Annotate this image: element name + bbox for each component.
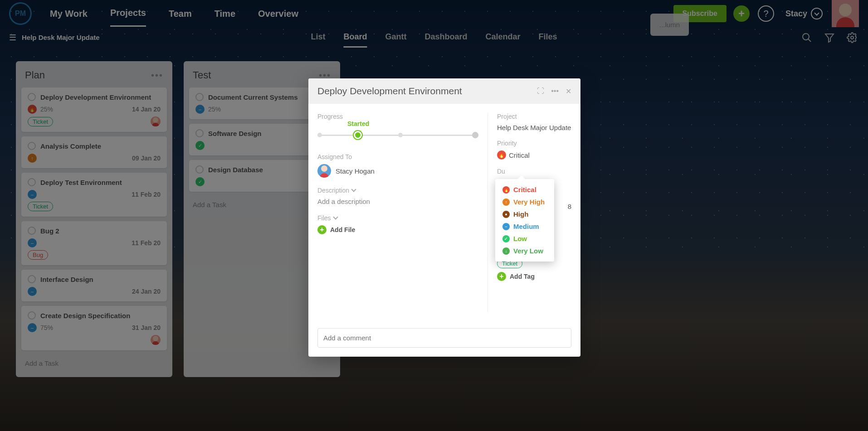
nav-overview[interactable]: Overview [258,1,298,26]
hours-right-value: 8 [568,203,571,213]
task-card[interactable]: Create Design Specification–75%31 Jan 20 [21,306,167,350]
add-file-button[interactable]: + Add File [317,225,478,234]
user-avatar[interactable] [832,0,859,27]
task-card[interactable]: Bug 2–11 Feb 20Bug [21,221,167,265]
modal-title: Deploy Development Environment [317,86,462,97]
description-input[interactable]: Add a description [317,198,478,205]
more-icon[interactable]: ••• [551,87,559,95]
add-tag-button[interactable]: + Add Tag [497,272,571,281]
priority-option[interactable]: ↑Very High [495,196,554,208]
settings-icon[interactable] [845,31,859,44]
priority-icon: 🔥 [502,186,510,194]
filter-icon[interactable] [823,31,836,44]
task-card[interactable]: Deploy Test Environment–11 Feb 20Ticket [21,173,167,217]
priority-icon: ✓ [195,141,205,150]
task-title: Bug 2 [40,227,59,235]
priority-option[interactable]: –Medium [495,220,554,232]
assignee-avatar [317,164,331,178]
task-checkbox[interactable] [28,142,36,150]
svg-point-0 [803,34,809,40]
close-icon[interactable]: ✕ [566,87,571,96]
priority-icon: ↑ [28,154,37,163]
logo[interactable]: PM [9,2,32,25]
task-title: Software Design [208,130,262,137]
task-tag: Bug [28,250,48,260]
task-checkbox[interactable] [195,93,204,101]
search-icon[interactable] [800,31,814,44]
priority-icon: – [195,105,205,114]
progress-label: Progress [317,113,478,120]
task-checkbox[interactable] [28,93,36,101]
nav-team[interactable]: Team [169,1,192,26]
priority-option[interactable]: 🔥Critical [495,184,554,196]
assigned-user[interactable]: Stacy Hogan [317,164,478,178]
top-nav: PM My Work Projects Team Time Overview S… [0,0,868,27]
view-calendar[interactable]: Calendar [486,28,521,48]
task-card[interactable]: Deploy Development Environment🔥25%14 Jan… [21,87,167,132]
svg-marker-2 [825,34,834,42]
priority-icon: – [502,223,510,230]
task-date: 11 Feb 20 [132,191,161,198]
nav-projects[interactable]: Projects [110,0,146,27]
files-section[interactable]: Files [317,214,478,222]
add-global-button[interactable]: + [733,5,750,22]
task-checkbox[interactable] [195,129,204,137]
assignee-avatar-icon [151,116,161,126]
chevron-down-icon [351,187,356,192]
menu-icon[interactable]: ☰ [9,33,16,43]
task-date: 14 Jan 20 [132,106,161,113]
user-dropdown-icon[interactable] [811,8,823,19]
progress-slider[interactable]: Started [317,128,478,142]
priority-icon: – [28,287,37,296]
task-percent: 75% [40,324,53,331]
task-title: Deploy Test Environment [40,179,122,186]
task-checkbox[interactable] [195,165,204,174]
column-menu-icon[interactable]: ••• [151,70,163,81]
expand-icon[interactable]: ⛶ [537,87,544,95]
task-title: Interface Design [40,276,93,283]
task-title: Design Database [208,166,263,174]
priority-icon: ↓ [502,247,510,255]
progress-thumb[interactable] [354,131,362,139]
project-label: Project [497,113,571,120]
add-task-button[interactable]: Add a Task [21,355,167,372]
task-percent: 25% [40,106,53,113]
task-tag: Ticket [28,202,53,211]
priority-option[interactable]: ↓Very Low [495,245,554,257]
user-menu[interactable]: Stacy [785,9,807,19]
view-dashboard[interactable]: Dashboard [424,28,467,48]
due-label: Du [497,168,571,175]
column-title: Test [193,69,211,81]
task-checkbox[interactable] [28,178,36,186]
view-board[interactable]: Board [343,28,367,48]
priority-icon: – [28,238,37,247]
task-card[interactable]: Analysis Complete↑09 Jan 20 [21,136,167,168]
comment-input[interactable] [317,328,571,348]
svg-line-1 [808,39,811,42]
priority-option[interactable]: ●High [495,208,554,220]
task-checkbox[interactable] [28,275,36,283]
task-card[interactable]: Interface Design–24 Jan 20 [21,270,167,301]
board-column: Plan•••Deploy Development Environment🔥25… [16,61,172,377]
add-column[interactable]: ...lumn [650,14,689,36]
column-title: Plan [25,69,45,81]
view-list[interactable]: List [311,28,325,48]
priority-option[interactable]: ✓Low [495,232,554,245]
task-title: Create Design Specification [40,312,130,320]
help-icon[interactable]: ? [758,5,774,22]
task-checkbox[interactable] [28,311,36,320]
priority-selector[interactable]: 🔥 Critical [497,150,571,160]
nav-mywork[interactable]: My Work [50,1,88,26]
priority-icon: ✓ [502,235,510,242]
view-files[interactable]: Files [539,28,557,48]
assignee-avatar-icon [151,335,161,345]
view-gantt[interactable]: Gantt [385,28,406,48]
task-date: 11 Feb 20 [132,239,161,247]
assigned-label: Assigned To [317,153,478,160]
priority-icon: – [28,323,37,332]
description-section[interactable]: Description [317,187,478,194]
task-date: 24 Jan 20 [132,288,161,295]
flame-icon: 🔥 [497,150,506,160]
task-checkbox[interactable] [28,227,36,235]
nav-time[interactable]: Time [215,1,235,26]
